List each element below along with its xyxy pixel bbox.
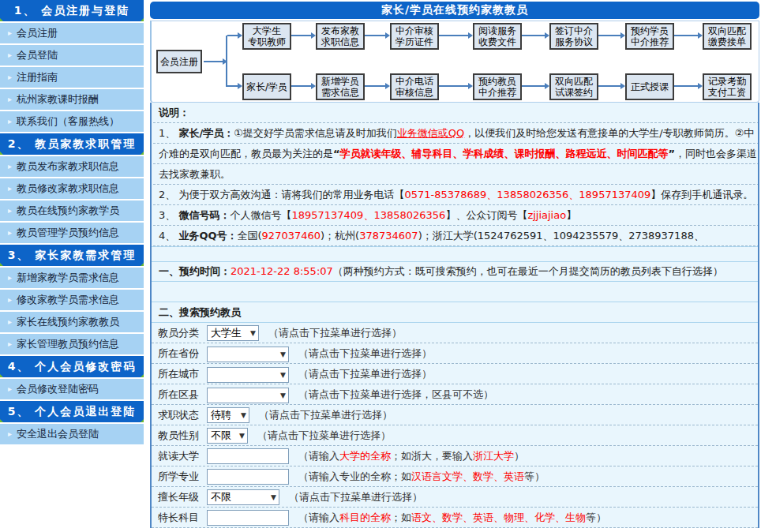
flow-box-line: 专职教师 [248, 36, 286, 47]
sidebar-item[interactable]: ▸ 教员管理学员预约信息 [0, 223, 144, 245]
sidebar-section-title: 3、 家长家教需求管理 [8, 249, 137, 263]
sidebar-item-label: 注册指南 [17, 70, 58, 84]
sidebar-item[interactable]: ▸ 家长管理教员预约信息 [0, 334, 144, 356]
flow-box-line: 新增学员 [321, 76, 359, 87]
sidebar-item-label: 家长在线预约家教教员 [17, 315, 119, 329]
sidebar-section-items: ▸ 教员发布家教求职信息 ▸ 教员修改家教求职信息 ▸ 教员在线预约家教学员 ▸… [0, 156, 144, 245]
form-control-slot: ▼ [207, 365, 289, 383]
flow-box-member-register: 会员注册 [156, 50, 202, 73]
flow-box-line: 支付工资 [708, 87, 746, 98]
sidebar-section-header: 3、 家长家教需求管理 [0, 245, 144, 268]
sidebar-item[interactable]: ▸ 修改家教学员需求信息 [0, 290, 144, 312]
flow-box-line: 审核信息 [395, 87, 433, 98]
grade-select[interactable]: 不限▼ [207, 489, 279, 505]
triangle-bullet-icon: ▸ [8, 29, 12, 37]
form-label: 就读大学 [158, 449, 201, 463]
form-label: 所在城市 [158, 367, 201, 381]
major-input[interactable] [207, 469, 289, 485]
form-control-slot: 大学生▼ [207, 325, 259, 341]
sidebar-section-items: ▸ 会员修改登陆密码 [0, 379, 144, 401]
flow-box-line: 缴费接单 [708, 36, 746, 47]
subject-input[interactable] [207, 510, 289, 526]
form-control-slot [207, 510, 289, 526]
flow-arrow [674, 35, 698, 36]
chevron-down-icon: ▼ [250, 329, 256, 337]
flow-arrow [522, 85, 545, 87]
form-label: 求职状态 [158, 408, 201, 422]
sidebar: 1、 会员注册与登陆 ▸ 会员注册 ▸ 会员登陆 ▸ 注册指南 ▸ 杭州家教课时… [0, 0, 144, 446]
booking-time-row: 一、预约时间：2021-12-22 8:55:07（两种预约方式：既可搜索预约，… [152, 261, 758, 281]
triangle-bullet-icon: ▸ [8, 73, 12, 81]
flow-box: 家长/学员 [242, 73, 291, 100]
form-control-slot: 不限▼ [207, 489, 279, 505]
text-segment: 18957137409、13858026356 [291, 209, 445, 221]
sidebar-section-header: 5、 个人会员退出登陆 [0, 401, 144, 424]
triangle-bullet-icon: ▸ [8, 430, 12, 438]
text-segment: 等） [524, 470, 545, 482]
flow-box-line: 中介审核 [395, 25, 433, 36]
text-segment: )；杭州( [321, 230, 359, 242]
district-select[interactable]: ▼ [207, 388, 289, 403]
text-segment: 1、 [159, 127, 178, 139]
text-segment: zjjiajiao [527, 209, 566, 221]
notes-section: 说明： 1、 家长/学员：①提交好学员需求信息请及时加我们业务微信或QQ，以便我… [152, 103, 758, 246]
province-select[interactable]: ▼ [207, 347, 289, 362]
flow-arrow [674, 85, 698, 87]
form-hint: （请点击下拉菜单进行选择） [298, 367, 432, 381]
text-segment: 4、 [159, 230, 178, 242]
text-segment: 大学的全称 [339, 450, 391, 462]
triangle-bullet-icon: ▸ [8, 96, 12, 103]
form-hint: （请点击下拉菜单进行选择） [259, 408, 392, 422]
text-segment: 2021-12-22 8:55:07 [231, 265, 333, 277]
text-segment: （请点击下拉菜单进行选择） [268, 327, 402, 339]
sidebar-item-label: 会员修改登陆密码 [17, 382, 99, 396]
sidebar-item[interactable]: ▸ 教员发布家教求职信息 [0, 156, 144, 178]
form-row: 特长科目 （请输入科目的全称；如语文、数学、英语、物理、化学、生物等） [152, 508, 758, 528]
triangle-bullet-icon: ▸ [8, 229, 12, 237]
sidebar-item[interactable]: ▸ 教员修改家教求职信息 [0, 178, 144, 200]
form-label: 所在区县 [158, 388, 201, 402]
sidebar-item[interactable]: ▸ 家长在线预约家教教员 [0, 312, 144, 334]
sidebar-item-label: 教员修改家教求职信息 [17, 182, 119, 196]
sidebar-item[interactable]: ▸ 新增家教学员需求信息 [0, 268, 144, 290]
teacher-category-select[interactable]: 大学生▼ [207, 325, 259, 341]
form-hint: （请点击下拉菜单进行选择，区县可不选） [298, 388, 493, 402]
sidebar-item[interactable]: ▸ 杭州家教课时报酬 [0, 89, 144, 111]
text-segment: 浙江大学 [473, 450, 514, 462]
text-segment: （请点击下拉菜单进行选择，区县可不选） [298, 388, 493, 400]
text-segment: （请点击下拉菜单进行选择） [298, 368, 432, 380]
form-control-slot: ▼ [207, 345, 289, 362]
note-line-4: 4、 业务QQ号：全国(927037460)；杭州(378734607)；浙江大… [159, 226, 758, 246]
sidebar-item-label: 会员登陆 [17, 48, 58, 62]
sidebar-section: 2、 教员家教求职管理 ▸ 教员发布家教求职信息 ▸ 教员修改家教求职信息 ▸ … [0, 133, 144, 245]
job-status-select[interactable]: 待聘▼ [207, 407, 249, 423]
sidebar-item[interactable]: ▸ 会员注册 [0, 23, 144, 45]
sidebar-item[interactable]: ▸ 安全退出会员登陆 [0, 424, 144, 446]
flow-box-line: 收费文件 [478, 36, 516, 47]
sidebar-section: 3、 家长家教需求管理 ▸ 新增家教学员需求信息 ▸ 修改家教学员需求信息 ▸ … [0, 245, 144, 356]
teacher-gender-select[interactable]: 不限▼ [207, 428, 248, 444]
flow-box: 预约学员中介推荐 [625, 23, 674, 50]
flow-box-line: 正式授课 [631, 81, 669, 92]
flow-arrow [204, 61, 223, 62]
triangle-bullet-icon: ▸ [8, 185, 12, 193]
sidebar-item[interactable]: ▸ 注册指南 [0, 67, 144, 89]
search-heading-row: 二、搜索预约教员 [152, 302, 758, 322]
sidebar-item[interactable]: ▸ 联系我们（客服热线） [0, 111, 144, 133]
flow-connector-line [226, 36, 227, 87]
university-input[interactable] [207, 448, 289, 464]
sidebar-item[interactable]: ▸ 教员在线预约家教学员 [0, 200, 144, 223]
form-label: 特长科目 [158, 511, 201, 525]
sidebar-item[interactable]: ▸ 会员修改登陆密码 [0, 379, 144, 401]
flow-arrow [439, 85, 468, 87]
text-segment: （请点击下拉菜单进行选择） [257, 429, 391, 441]
search-form: 教员分类 大学生▼ （请点击下拉菜单进行选择） 所在省份 ▼ （请点击下拉菜单进… [152, 322, 758, 528]
city-select[interactable]: ▼ [207, 367, 289, 383]
sidebar-section-title: 1、 会员注册与登陆 [14, 4, 130, 18]
sidebar-item[interactable]: ▸ 会员登陆 [0, 45, 144, 67]
triangle-bullet-icon: ▸ [8, 207, 12, 215]
flowchart: 会员注册 大学生专职教师 发布家教求职信息 中介审核学历证件 阅读服务收费文件 … [150, 21, 759, 103]
sidebar-section: 4、 个人会员修改密码 ▸ 会员修改登陆密码 [0, 356, 144, 401]
text-segment: 业务QQ号： [178, 230, 237, 242]
flow-box: 阅读服务收费文件 [473, 23, 522, 50]
